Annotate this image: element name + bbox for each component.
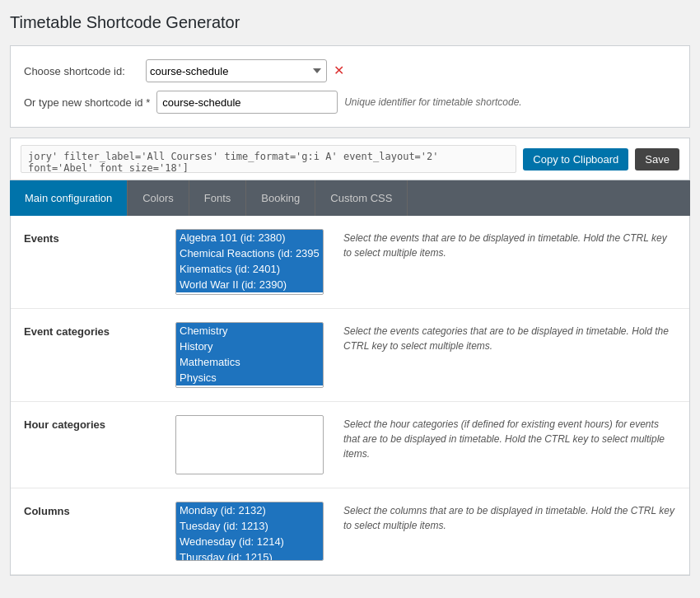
category-option: Physics xyxy=(176,370,323,385)
events-select[interactable]: Algebra 101 (id: 2380) Chemical Reaction… xyxy=(175,229,324,295)
column-option: Wednesday (id: 1214) xyxy=(176,534,323,549)
tab-custom-css[interactable]: Custom CSS xyxy=(315,180,408,216)
tab-main-configuration[interactable]: Main configuration xyxy=(10,180,128,216)
columns-label: Columns xyxy=(24,502,156,517)
tab-booking[interactable]: Booking xyxy=(246,180,315,216)
code-bar: jory' filter_label='All Courses' time_fo… xyxy=(10,138,690,180)
category-option: Mathematics xyxy=(176,354,323,370)
columns-control: Monday (id: 2132) Tuesday (id: 1213) Wed… xyxy=(175,502,324,561)
category-option: Chemistry xyxy=(176,323,323,339)
tabs-bar: Main configuration Colors Fonts Booking … xyxy=(10,180,690,216)
event-categories-label: Event categories xyxy=(24,322,156,338)
hour-categories-label: Hour categories xyxy=(24,415,156,431)
hour-categories-row: Hour categories Select the hour categori… xyxy=(11,402,689,488)
event-option: World War II (id: 2390) xyxy=(176,277,323,292)
shortcode-id-select[interactable]: course-schedule xyxy=(146,59,327,82)
event-categories-control: Chemistry History Mathematics Physics xyxy=(175,322,324,388)
column-option: Monday (id: 2132) xyxy=(176,502,323,518)
unique-identifier-label: Unique identifier for timetable shortcod… xyxy=(344,96,521,108)
tab-fonts[interactable]: Fonts xyxy=(189,180,247,216)
shortcode-code[interactable]: jory' filter_label='All Courses' time_fo… xyxy=(21,145,516,173)
events-description: Select the events that are to be display… xyxy=(343,229,676,260)
hour-categories-select[interactable] xyxy=(175,415,324,474)
shortcode-id-label: Choose shortcode id: xyxy=(24,65,139,77)
column-option: Tuesday (id: 1213) xyxy=(176,518,323,534)
event-categories-select[interactable]: Chemistry History Mathematics Physics xyxy=(175,322,324,388)
columns-row: Columns Monday (id: 2132) Tuesday (id: 1… xyxy=(11,488,689,575)
hour-categories-control xyxy=(175,415,324,474)
event-categories-description: Select the events categories that are to… xyxy=(343,322,676,353)
category-option: History xyxy=(176,339,323,354)
shortcode-selector-card: Choose shortcode id: course-schedule ✕ O… xyxy=(10,45,690,128)
main-content: Events Algebra 101 (id: 2380) Chemical R… xyxy=(10,216,690,576)
column-option: Thursday (id: 1215) xyxy=(176,549,323,561)
tab-colors[interactable]: Colors xyxy=(128,180,189,216)
new-shortcode-label: Or type new shortcode id * xyxy=(24,96,150,109)
page-title: Timetable Shortcode Generator xyxy=(10,13,690,32)
events-control: Algebra 101 (id: 2380) Chemical Reaction… xyxy=(175,229,324,295)
copy-clipboard-button[interactable]: Copy to Clipboard xyxy=(523,148,628,171)
delete-shortcode-icon[interactable]: ✕ xyxy=(334,64,344,77)
events-label: Events xyxy=(24,229,156,245)
events-row: Events Algebra 101 (id: 2380) Chemical R… xyxy=(11,216,689,309)
event-option: Algebra 101 (id: 2380) xyxy=(176,230,323,245)
hour-categories-description: Select the hour categories (if defined f… xyxy=(343,415,676,461)
new-shortcode-input[interactable] xyxy=(156,91,338,114)
columns-description: Select the columns that are to be displa… xyxy=(343,502,676,533)
save-button[interactable]: Save xyxy=(635,148,679,171)
columns-select[interactable]: Monday (id: 2132) Tuesday (id: 1213) Wed… xyxy=(175,502,324,561)
event-option: Kinematics (id: 2401) xyxy=(176,261,323,277)
event-option: Chemical Reactions (id: 2395 xyxy=(176,245,323,261)
event-categories-row: Event categories Chemistry History Mathe… xyxy=(11,309,689,402)
